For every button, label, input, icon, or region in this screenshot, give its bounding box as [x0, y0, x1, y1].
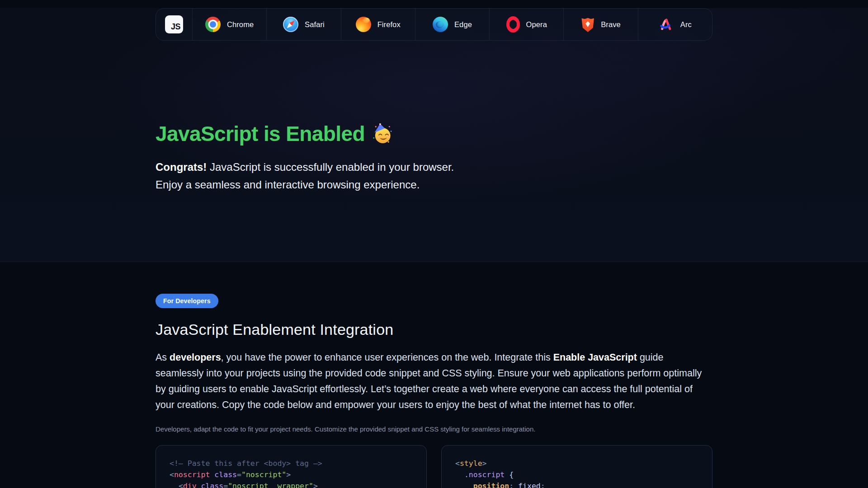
css-snippet-card[interactable]: <style> .noscript { position: fixed; top…	[441, 445, 712, 488]
hero-title: JavaScript is Enabled	[156, 120, 712, 147]
nav-label-brave: Brave	[601, 20, 621, 29]
dev-note: Developers, adapt the code to fit your p…	[156, 425, 712, 433]
arc-icon	[659, 17, 674, 32]
brave-icon	[581, 17, 594, 32]
dev-paragraph: As developers, you have the power to enh…	[156, 350, 712, 413]
js-logo-text: JS	[171, 22, 180, 32]
html-snippet-card[interactable]: <!— Paste this after <body> tag —><noscr…	[156, 445, 427, 488]
nav-item-chrome[interactable]: Chrome	[192, 9, 266, 40]
hero-title-text: JavaScript is Enabled	[156, 120, 365, 147]
hero-subtitle-line2: Enjoy a seamless and interactive browsin…	[156, 178, 420, 191]
section-title: JavaScript Enablement Integration	[156, 321, 712, 338]
nav-item-js-home[interactable]: JS	[156, 9, 192, 40]
hero-subtitle: Congrats! JavaScript is successfully ena…	[156, 158, 712, 193]
nav-item-opera[interactable]: Opera	[489, 9, 563, 40]
nav-label-safari: Safari	[305, 20, 325, 29]
arc-glyph	[659, 17, 674, 32]
browser-nav: JSChromeSafariFirefoxEdgeOperaBraveArc	[156, 8, 712, 41]
nav-item-arc[interactable]: Arc	[638, 9, 712, 40]
code-cards: <!— Paste this after <body> tag —><noscr…	[156, 445, 712, 488]
nav-item-firefox[interactable]: Firefox	[341, 9, 415, 40]
opera-icon	[506, 16, 520, 33]
developers-section: For Developers JavaScript Enablement Int…	[0, 262, 868, 488]
partying-face-emoji-icon	[371, 123, 392, 145]
edge-icon	[433, 17, 448, 32]
chrome-icon	[205, 17, 221, 32]
page: JSChromeSafariFirefoxEdgeOperaBraveArc J…	[0, 8, 868, 488]
hero-section: JSChromeSafariFirefoxEdgeOperaBraveArc J…	[0, 8, 868, 262]
nav-label-firefox: Firefox	[377, 20, 401, 29]
css-snippet-pre: <style> .noscript { position: fixed; top…	[455, 458, 698, 488]
nav-label-arc: Arc	[680, 20, 692, 29]
nav-item-edge[interactable]: Edge	[415, 9, 489, 40]
firefox-icon	[356, 17, 371, 32]
js-logo-icon: JS	[165, 15, 183, 33]
nav-item-brave[interactable]: Brave	[563, 9, 637, 40]
hero-subtitle-line1: JavaScript is successfully enabled in yo…	[207, 161, 454, 173]
nav-label-opera: Opera	[526, 20, 547, 29]
congrats-text: Congrats!	[156, 161, 207, 173]
nav-label-edge: Edge	[454, 20, 472, 29]
safari-icon	[283, 17, 298, 32]
for-developers-badge: For Developers	[156, 294, 218, 308]
nav-item-safari[interactable]: Safari	[266, 9, 340, 40]
html-snippet-pre: <!— Paste this after <body> tag —><noscr…	[170, 458, 413, 488]
nav-label-chrome: Chrome	[227, 20, 254, 29]
